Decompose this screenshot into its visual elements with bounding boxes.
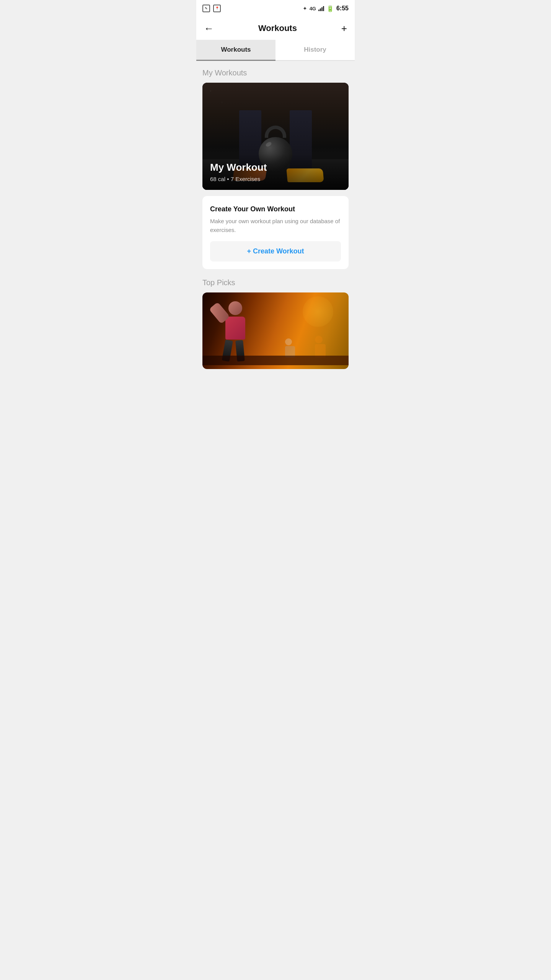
- kettlebell-handle: [265, 126, 286, 138]
- tab-history[interactable]: History: [276, 40, 355, 61]
- create-workout-button[interactable]: + Create Workout: [210, 241, 341, 261]
- notification-icon-2: 📍: [213, 5, 221, 12]
- person-head: [228, 301, 242, 315]
- workout-calories: 68 cal: [210, 176, 225, 182]
- tab-workouts[interactable]: Workouts: [196, 40, 276, 61]
- back-button[interactable]: ←: [204, 23, 214, 33]
- create-workout-description: Make your own workout plan using our dat…: [210, 217, 341, 234]
- page-title: Workouts: [258, 23, 297, 33]
- signal-bars: [318, 6, 324, 11]
- bg-person-1: [315, 336, 326, 358]
- top-nav: ← Workouts +: [196, 17, 355, 40]
- create-workout-title: Create Your Own Workout: [210, 205, 341, 213]
- top-picks-card[interactable]: [202, 292, 349, 369]
- person-body: [225, 317, 245, 340]
- signal-label: 4G: [310, 6, 316, 11]
- person-arm: [209, 302, 230, 324]
- notification-icon-1: ✎: [202, 5, 210, 12]
- status-bar-notifications: ✎ 📍: [202, 5, 221, 12]
- add-button[interactable]: +: [341, 23, 347, 33]
- tabs-container: Workouts History: [196, 40, 355, 61]
- workout-separator: •: [227, 176, 230, 182]
- bluetooth-icon: ✦: [303, 5, 307, 11]
- workout-card-overlay: My Workout 68 cal • 7 Exercises: [202, 154, 349, 190]
- status-bar: ✎ 📍 ✦ 4G 🔋 6:55: [196, 0, 355, 17]
- treadmill-base: [202, 356, 349, 365]
- workout-card-title: My Workout: [210, 162, 341, 173]
- workout-exercises: 7 Exercises: [231, 176, 261, 182]
- main-content: My Workouts: [196, 61, 355, 377]
- gym-scene: [202, 292, 349, 369]
- workout-card-meta: 68 cal • 7 Exercises: [210, 176, 341, 182]
- person-silhouette: [225, 301, 245, 361]
- top-picks-title: Top Picks: [202, 278, 349, 287]
- my-workouts-title: My Workouts: [202, 69, 349, 77]
- create-workout-card: Create Your Own Workout Make your own wo…: [202, 196, 349, 269]
- status-time: 6:55: [336, 5, 349, 12]
- bg-person-2: [285, 338, 295, 358]
- status-bar-system: ✦ 4G 🔋 6:55: [303, 5, 349, 12]
- kettlebell-shine: [265, 141, 272, 148]
- light-flare: [303, 296, 333, 327]
- bg-dot-1: [210, 90, 211, 91]
- bg-dot-2: [222, 102, 222, 103]
- battery-icon: 🔋: [326, 5, 334, 12]
- my-workout-card[interactable]: My Workout 68 cal • 7 Exercises: [202, 83, 349, 190]
